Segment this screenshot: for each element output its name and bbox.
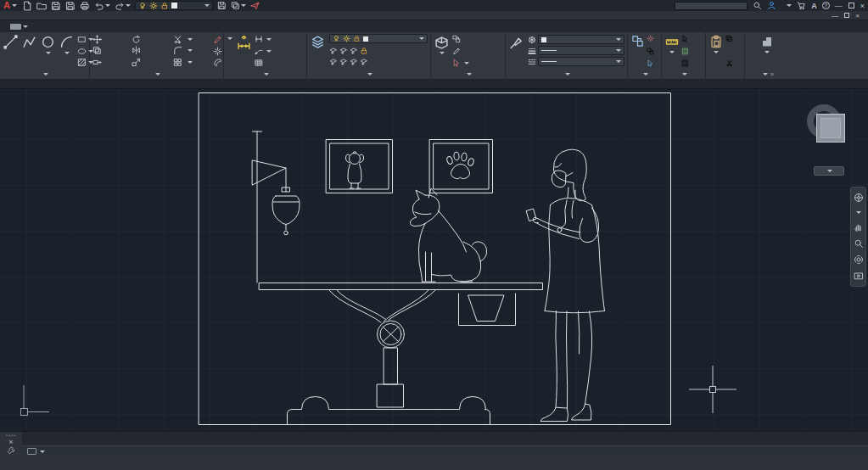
panel-label-properties[interactable]	[506, 69, 627, 79]
command-close-icon[interactable]: ×	[8, 438, 13, 446]
layer-dropdown[interactable]	[329, 34, 428, 43]
layer-unisolate-icon[interactable]	[329, 58, 338, 66]
doc-close-button[interactable]: ×	[855, 12, 860, 20]
help-icon[interactable]: ?	[822, 2, 830, 9]
restore-button[interactable]	[848, 3, 854, 8]
user-caret-icon[interactable]	[787, 4, 792, 9]
layer-off-icon[interactable]	[350, 47, 358, 55]
cut-clip-icon[interactable]	[725, 59, 733, 67]
line-tool[interactable]	[3, 34, 19, 50]
zoom-extents-icon[interactable]	[854, 238, 864, 249]
save-as-button[interactable]	[65, 1, 76, 11]
doc-restore-button[interactable]	[844, 13, 849, 18]
user-avatar-icon[interactable]	[767, 1, 776, 10]
object-color-dropdown[interactable]	[538, 35, 624, 44]
match-properties-button[interactable]	[508, 34, 524, 50]
block-edit-button[interactable]	[452, 47, 502, 55]
fillet-tool[interactable]	[173, 46, 212, 55]
leader-tool[interactable]	[255, 47, 292, 55]
viewcube-top-face[interactable]	[816, 114, 845, 143]
command-input-row[interactable]	[22, 445, 868, 456]
id-point-icon[interactable]	[681, 59, 689, 67]
share-button[interactable]	[250, 1, 262, 10]
rotate-tool[interactable]	[132, 35, 173, 44]
measure-button[interactable]	[664, 34, 680, 57]
panel-label-layers[interactable]	[307, 69, 430, 79]
trim-tool[interactable]	[173, 35, 212, 44]
panel-overflow-icon[interactable]: »	[770, 70, 774, 78]
showmotion-icon[interactable]	[854, 271, 864, 281]
close-button[interactable]: ×	[860, 2, 865, 10]
lineweight-dropdown[interactable]	[538, 46, 624, 55]
open-button[interactable]	[36, 1, 47, 11]
paste-button[interactable]	[708, 34, 724, 57]
copy-clip-icon[interactable]	[725, 35, 733, 42]
app-store-cart-icon[interactable]	[797, 1, 806, 10]
group-edit-icon[interactable]	[647, 48, 654, 55]
layer-properties-button[interactable]	[310, 34, 326, 50]
copy-tool[interactable]	[92, 46, 132, 55]
circle-tool[interactable]	[40, 34, 56, 58]
command-customize-wrench-icon[interactable]	[7, 446, 15, 455]
navigation-wheel-icon[interactable]	[854, 193, 864, 203]
quick-select-icon[interactable]	[681, 35, 689, 42]
layer-lock-tool-icon[interactable]	[360, 47, 368, 55]
minimize-button[interactable]: —	[835, 2, 843, 10]
help-search-input[interactable]	[675, 2, 748, 10]
stretch-tool[interactable]	[92, 58, 132, 67]
panel-label-utilities[interactable]	[662, 69, 705, 79]
group-button[interactable]	[630, 34, 645, 48]
panel-label-clipboard[interactable]	[706, 69, 744, 79]
undo-button[interactable]	[94, 1, 110, 11]
erase-tool[interactable]	[213, 35, 222, 44]
doc-minimize-button[interactable]: —	[832, 12, 838, 20]
linear-dimension-tool[interactable]	[255, 35, 292, 43]
match-layer-qat-button[interactable]	[231, 1, 246, 10]
base-view-button[interactable]	[759, 34, 775, 57]
layer-on-icon[interactable]	[350, 58, 358, 66]
mirror-tool[interactable]	[132, 46, 173, 55]
offset-tool[interactable]	[213, 58, 222, 67]
wcs-menu[interactable]	[814, 166, 844, 176]
insert-block-button[interactable]	[434, 34, 450, 58]
panel-label-modify[interactable]	[90, 69, 223, 79]
layer-freeze-icon[interactable]	[339, 47, 348, 55]
search-icon[interactable]	[753, 1, 762, 10]
quick-calc-icon[interactable]	[681, 48, 689, 55]
ribbon-display-toggle[interactable]	[10, 23, 28, 32]
autodesk-apps-icon[interactable]: A	[811, 2, 817, 10]
polyline-tool[interactable]	[21, 34, 37, 50]
viewcube[interactable]	[798, 96, 863, 160]
table-tool[interactable]	[255, 59, 292, 67]
panel-label-block[interactable]	[431, 69, 505, 79]
pan-hand-icon[interactable]	[854, 222, 864, 232]
navbar-caret-icon[interactable]	[856, 211, 861, 216]
text-tool[interactable]	[227, 34, 233, 43]
explode-tool[interactable]	[213, 47, 222, 56]
block-create-button[interactable]	[452, 35, 502, 43]
autocad-logo[interactable]: A	[3, 1, 17, 10]
ungroup-icon[interactable]	[647, 35, 654, 42]
edit-attributes-button[interactable]	[452, 59, 502, 67]
layer-isolate-icon[interactable]	[329, 47, 338, 55]
qat-layer-control[interactable]	[135, 1, 213, 10]
arc-tool[interactable]	[59, 34, 75, 58]
new-drawing-button[interactable]	[22, 1, 32, 11]
plot-button[interactable]	[80, 1, 90, 11]
move-tool[interactable]	[92, 35, 132, 44]
command-options-icon[interactable]	[27, 448, 36, 455]
save-button[interactable]	[51, 1, 61, 11]
save-layer-state-button[interactable]	[217, 1, 227, 10]
drawing-canvas[interactable]	[0, 89, 868, 431]
dimension-tool[interactable]	[236, 34, 252, 50]
layer-thaw-icon[interactable]	[339, 58, 348, 66]
layer-unlock-icon[interactable]	[360, 58, 368, 66]
orbit-icon[interactable]	[854, 255, 864, 265]
group-select-icon[interactable]	[647, 59, 654, 67]
redo-button[interactable]	[115, 1, 131, 11]
scale-tool[interactable]	[132, 58, 173, 67]
panel-label-view[interactable]: »	[745, 69, 789, 79]
panel-label-groups[interactable]	[628, 69, 661, 79]
drawing-area[interactable]	[0, 89, 868, 431]
panel-label-annotation[interactable]	[224, 69, 306, 79]
